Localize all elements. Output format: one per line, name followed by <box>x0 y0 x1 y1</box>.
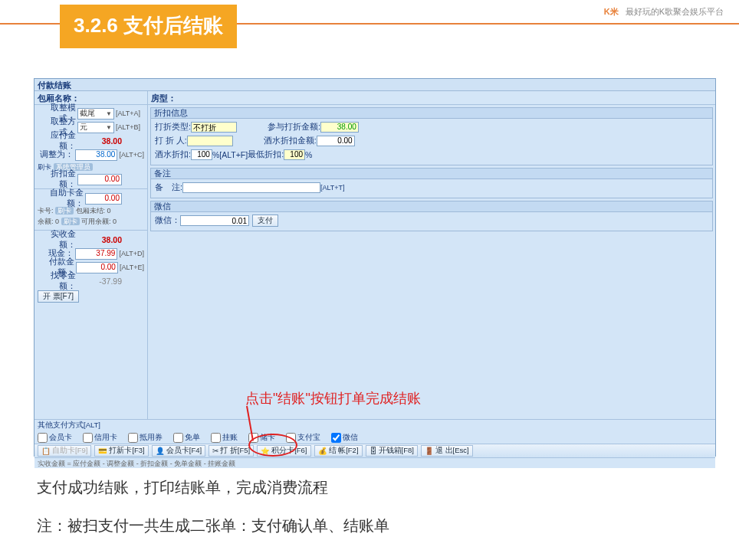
remark-group-title: 备注 <box>151 169 712 179</box>
window-titlebar: 付款结账 <box>34 79 715 91</box>
wine-amt-label: 酒水折扣金额: <box>264 136 317 146</box>
brand-slogan: 最好玩的K歌聚会娱乐平台 <box>626 7 724 16</box>
round-mode-hint: [ALT+A] <box>116 110 140 117</box>
wine-amt-input[interactable]: 0.00 <box>317 136 355 146</box>
discount-amt-input[interactable]: 0.00 <box>77 174 122 185</box>
adjust-hint: [ALT+C] <box>119 151 144 159</box>
bottom-text: 支付成功结账，打印结账单，完成消费流程 注：被扫支付一共生成二张单：支付确认单、… <box>37 473 389 539</box>
wechat-group: 微信 微信： 支付 <box>150 201 713 231</box>
round-way-select[interactable]: 元▼ <box>77 122 114 133</box>
other-pay-panel: 其他支付方式[ALT] 会员卡 信用卡 抵用券 免单 挂账 储卡 支付宝 微信 <box>34 419 715 444</box>
status-bar: 实收金额 = 应付金额 - 调整金额 - 折扣金额 - 免单金额 - 挂账金额 <box>34 457 715 468</box>
wechat-pay-button[interactable]: 支付 <box>252 215 278 227</box>
cash-hint: [ALT+D] <box>119 250 144 257</box>
section-title: 3.2.6 支付后结账 <box>60 5 237 48</box>
cash-input[interactable]: 37.99 <box>75 248 117 260</box>
cb-credit[interactable]: 信用卡 <box>83 432 117 443</box>
wechat-input[interactable] <box>180 215 249 226</box>
wechat-label: 微信： <box>155 215 180 226</box>
checkout-button[interactable]: 💰结 帐[F2] <box>314 445 363 457</box>
discount-button[interactable]: ✂打 折[F5] <box>209 445 254 457</box>
selfcard-button[interactable]: 📋自助卡[F9] <box>38 445 91 457</box>
min-disc-unit: % <box>305 150 312 159</box>
remark-input[interactable] <box>182 182 320 193</box>
min-disc-label: 最低折扣: <box>248 149 284 160</box>
cb-member[interactable]: 会员卡 <box>38 432 72 443</box>
min-disc-value: 100 <box>284 149 305 160</box>
points-button[interactable]: ⭐积分卡[F6] <box>257 445 310 457</box>
header-row: 包厢名称： 房型： <box>34 91 715 105</box>
apply-amt-value: 38.00 <box>320 122 359 133</box>
room-type-label: 房型： <box>148 91 179 104</box>
discount-type-label: 打折类型: <box>155 122 191 133</box>
cb-credit-acc[interactable]: 挂账 <box>211 432 238 443</box>
cb-coupon[interactable]: 抵用券 <box>128 432 163 443</box>
adjust-input[interactable]: 38.00 <box>75 149 117 161</box>
round-mode-select[interactable]: 截尾▼ <box>77 108 114 120</box>
received-label: 实收金额： <box>38 229 77 251</box>
discount-person-label: 打 折 人: <box>155 136 187 146</box>
action-bar: 📋自助卡[F9] 💳打新卡[F3] 👤会员卡[F4] ✂打 折[F5] ⭐积分卡… <box>34 444 715 457</box>
member-button[interactable]: 👤会员卡[F4] <box>152 445 205 457</box>
apply-amt-label: 参与打折金额: <box>268 122 320 133</box>
due-value: 38.00 <box>77 136 122 146</box>
other-pay-title: 其他支付方式[ALT] <box>38 421 712 431</box>
change-label: 找零金额： <box>38 270 77 292</box>
round-way-hint: [ALT+B] <box>116 123 140 131</box>
card-no-row: 卡号: 刷卡 包厢未结: 0 <box>38 206 144 216</box>
exit-button[interactable]: 🚪退 出[Esc] <box>421 445 473 457</box>
swipe-button[interactable]: 💳打新卡[F3] <box>94 445 148 457</box>
adjust-label: 调整为： <box>38 149 75 160</box>
discount-amt-label: 折扣金额： <box>38 169 77 190</box>
bottom-line1: 支付成功结账，打印结账单，完成消费流程 <box>37 473 389 501</box>
brand-logo: K米 <box>604 7 619 16</box>
wine-disc-input[interactable]: 100 <box>191 149 212 160</box>
discount-group-title: 折扣信息 <box>151 108 712 119</box>
cb-alipay[interactable]: 支付宝 <box>286 432 320 443</box>
wine-disc-hint: %[ALT+F] <box>212 150 248 159</box>
received-value: 38.00 <box>77 235 122 244</box>
change-value: -37.99 <box>77 277 122 286</box>
cb-free[interactable]: 免单 <box>173 432 200 443</box>
remark-hint: [ALT+T] <box>320 184 345 192</box>
wechat-group-title: 微信 <box>151 201 712 212</box>
due-label: 应付金额： <box>38 130 77 152</box>
remark-group: 备注 备 注: [ALT+T] <box>150 168 713 198</box>
top-right: K米 最好玩的K歌聚会娱乐平台 <box>604 6 724 18</box>
balance-row: 余额: 0 刷卡 可用余额: 0 <box>38 217 144 227</box>
remark-label: 备 注: <box>155 182 182 193</box>
right-panel: 折扣信息 打折类型: 不打折 参与打折金额: 38.00 打 折 人: 酒水折扣… <box>148 105 715 419</box>
other-pay-checkboxes: 会员卡 信用卡 抵用券 免单 挂账 储卡 支付宝 微信 <box>38 432 712 443</box>
discount-type-value: 不打折 <box>191 122 237 133</box>
discount-person-value <box>187 136 233 146</box>
main-area: 取整模式： 截尾▼ [ALT+A] 取整方式： 元▼ [ALT+B] 应付金额：… <box>34 105 715 419</box>
callout-text: 点击"结账"按钮打单完成结账 <box>245 389 421 408</box>
bottom-line2: 注：被扫支付一共生成二张单：支付确认单、结账单 <box>37 512 389 539</box>
discount-group: 折扣信息 打折类型: 不打折 参与打折金额: 38.00 打 折 人: 酒水折扣… <box>150 107 713 165</box>
paid-input[interactable]: 0.00 <box>76 262 118 273</box>
left-panel: 取整模式： 截尾▼ [ALT+A] 取整方式： 元▼ [ALT+B] 应付金额：… <box>34 105 148 419</box>
wine-disc-label: 酒水折扣: <box>155 149 191 160</box>
wallet-button[interactable]: 🗄开钱箱[F8] <box>366 445 418 457</box>
chevron-down-icon: ▼ <box>106 124 112 131</box>
chevron-down-icon: ▼ <box>106 110 112 117</box>
invoice-button[interactable]: 开 票[F7] <box>38 290 79 303</box>
selfcard-input[interactable]: 0.00 <box>85 193 122 205</box>
paid-hint: [ALT+E] <box>120 264 144 271</box>
cb-wechat[interactable]: 微信 <box>331 432 358 443</box>
